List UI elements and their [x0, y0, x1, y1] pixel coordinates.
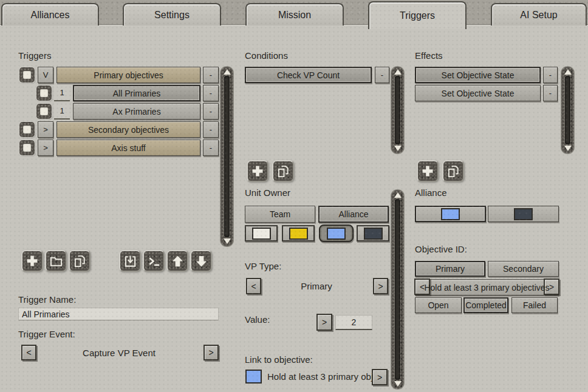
link-objective-value: Hold at least 3 primary objectives	[267, 371, 375, 382]
expand-toggle-button[interactable]: >	[38, 140, 53, 156]
expand-toggle-button[interactable]: >	[38, 121, 53, 138]
trigger-checkbox[interactable]	[36, 86, 52, 101]
owner-team-button[interactable]: Team	[245, 206, 315, 223]
trigger-name-input[interactable]	[18, 308, 219, 320]
remove-trigger-button[interactable]: -	[203, 85, 219, 101]
add-condition-button[interactable]	[247, 160, 268, 182]
scroll-up-icon	[224, 69, 231, 75]
owner-color-slate-button[interactable]	[357, 225, 389, 242]
prev-vp-type-button[interactable]: <	[246, 278, 261, 294]
tab-alliances[interactable]: Alliances	[1, 3, 99, 25]
trigger-row[interactable]: Ax Primaries	[73, 103, 200, 120]
copy-icon	[446, 164, 460, 178]
remove-trigger-button[interactable]: -	[203, 67, 219, 83]
condition-row[interactable]: Check VP Count	[245, 67, 372, 83]
conditions-scrollbar[interactable]	[391, 67, 404, 154]
trigger-order-field[interactable]: 1	[54, 85, 70, 101]
effects-scrollbar[interactable]	[561, 67, 574, 154]
import-trigger-button[interactable]	[119, 250, 141, 272]
add-effect-button[interactable]	[417, 160, 439, 182]
copy-icon	[73, 254, 87, 268]
remove-trigger-button[interactable]: -	[203, 103, 219, 120]
effect-row[interactable]: Set Objective State	[415, 67, 541, 83]
scroll-down-icon	[394, 146, 402, 151]
objective-state-open-button[interactable]: Open	[415, 297, 462, 313]
add-trigger-button[interactable]	[21, 250, 43, 272]
arrow-down-icon	[194, 254, 208, 268]
move-up-button[interactable]	[166, 250, 188, 272]
tab-bar: Alliances Settings Mission Triggers AI S…	[0, 0, 588, 25]
owner-color-white-button[interactable]	[245, 225, 278, 242]
objective-type-primary-button[interactable]: Primary	[415, 261, 485, 277]
remove-trigger-button[interactable]: -	[203, 140, 219, 156]
duplicate-condition-button[interactable]	[272, 160, 294, 182]
tab-triggers[interactable]: Triggers	[368, 1, 467, 29]
copy-icon	[276, 164, 290, 178]
remove-trigger-button[interactable]: -	[203, 121, 219, 138]
script-trigger-button[interactable]	[143, 250, 165, 272]
trigger-checkbox[interactable]	[36, 104, 52, 119]
vp-type-label: VP Type:	[245, 261, 281, 271]
alliance-blue-button[interactable]	[415, 206, 486, 222]
plus-icon	[25, 254, 39, 268]
trigger-order-field[interactable]: 1	[54, 103, 70, 120]
unit-owner-label: Unit Owner	[245, 188, 290, 198]
value-operator-button[interactable]: >	[316, 314, 332, 331]
next-link-objective-button[interactable]: >	[372, 369, 388, 385]
next-vp-type-button[interactable]: >	[373, 278, 388, 294]
trigger-row[interactable]: Primary objectives	[56, 67, 200, 83]
scroll-up-icon	[394, 69, 402, 75]
prev-event-button[interactable]: <	[21, 345, 36, 360]
duplicate-trigger-button[interactable]	[69, 250, 91, 272]
remove-effect-button[interactable]: -	[543, 85, 558, 101]
trigger-event-value: Capture VP Event	[36, 345, 202, 360]
arrow-up-icon	[171, 254, 185, 268]
tab-ai-setup[interactable]: AI Setup	[491, 3, 587, 25]
duplicate-effect-button[interactable]	[442, 160, 464, 182]
scroll-down-icon	[224, 238, 231, 244]
remove-condition-button[interactable]: -	[375, 67, 389, 83]
move-down-button[interactable]	[190, 250, 212, 272]
scroll-down-icon	[394, 381, 402, 387]
triggers-scrollbar[interactable]	[220, 67, 233, 246]
objective-type-secondary-button[interactable]: Secondary	[488, 261, 559, 277]
alliance-slate-button[interactable]	[488, 206, 559, 222]
trigger-row[interactable]: All Primaries	[73, 85, 200, 101]
effect-row[interactable]: Set Objective State	[415, 85, 541, 101]
dark-slate-swatch	[514, 208, 533, 220]
next-event-button[interactable]: >	[203, 345, 219, 360]
plus-icon	[250, 164, 265, 178]
value-label: Value:	[245, 314, 270, 325]
owner-color-yellow-button[interactable]	[282, 225, 315, 242]
objective-selector: < > Hold at least 3 primary objectives	[415, 279, 559, 296]
folder-icon	[49, 254, 63, 268]
dark-slate-swatch	[364, 228, 383, 240]
alliance-label: Alliance	[415, 188, 447, 198]
trigger-editor: Alliances Settings Mission Triggers AI S…	[0, 0, 588, 392]
objective-state-failed-button[interactable]: Failed	[511, 297, 558, 313]
trigger-row[interactable]: Secondary objectives	[56, 121, 200, 138]
condition-detail-scrollbar[interactable]	[391, 190, 404, 389]
trigger-checkbox[interactable]	[19, 67, 35, 83]
trigger-checkbox[interactable]	[19, 122, 35, 137]
owner-alliance-button[interactable]: Alliance	[318, 206, 389, 223]
tab-settings[interactable]: Settings	[123, 3, 221, 25]
add-folder-button[interactable]	[45, 250, 67, 272]
blue-swatch	[441, 208, 460, 220]
vp-type-value: Primary	[261, 278, 372, 294]
trigger-row[interactable]: Axis stuff	[56, 140, 200, 156]
terminal-icon	[147, 254, 161, 268]
triggers-title: Triggers	[18, 50, 51, 61]
owner-color-blue-button[interactable]	[319, 225, 354, 242]
next-objective-button[interactable]: >	[544, 279, 559, 295]
trigger-checkbox[interactable]	[19, 140, 35, 155]
collapse-toggle-button[interactable]: V	[38, 67, 53, 83]
objective-state-completed-button[interactable]: Completed	[463, 297, 508, 313]
plus-icon	[420, 164, 435, 178]
import-icon	[123, 254, 137, 268]
tab-mission[interactable]: Mission	[245, 3, 344, 25]
remove-effect-button[interactable]: -	[543, 67, 558, 83]
prev-objective-button[interactable]: <	[414, 279, 430, 295]
value-amount-field[interactable]: 2	[335, 315, 372, 330]
scroll-down-icon	[564, 146, 572, 151]
